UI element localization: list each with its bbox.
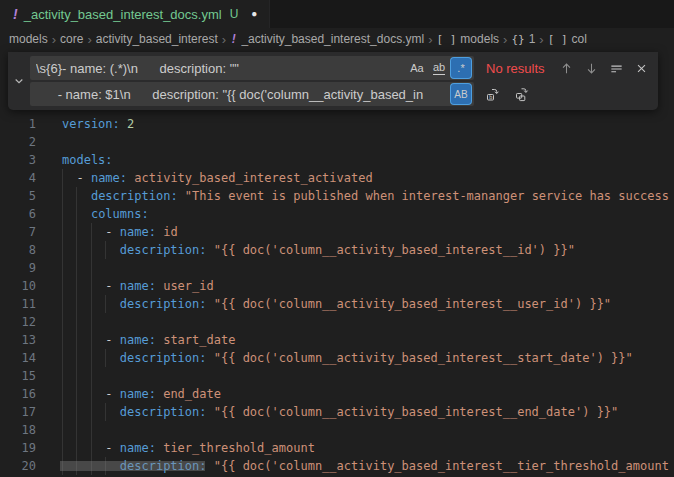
code-line[interactable]: description: "{{ doc('column__activity_b… (62, 349, 633, 367)
line-number: 5 (0, 187, 36, 205)
line-number: 16 (0, 385, 36, 403)
chevron-right-icon: › (503, 32, 507, 47)
line-number: 13 (0, 331, 36, 349)
line-number: 7 (0, 223, 36, 241)
breadcrumb-label: col (572, 32, 587, 46)
code-line[interactable]: columns: (62, 205, 149, 223)
previous-match-button[interactable] (556, 58, 577, 79)
indent-guide (76, 367, 77, 385)
chevron-right-icon: › (87, 32, 91, 47)
line-number: 15 (0, 367, 36, 385)
svg-text:b: b (489, 94, 492, 100)
yaml-icon: ! (230, 32, 237, 46)
breadcrumb-item[interactable]: [ ]models (436, 32, 499, 46)
code-line[interactable]: - name: end_date (62, 385, 221, 403)
line-number: 6 (0, 205, 36, 223)
line-number: 10 (0, 277, 36, 295)
editor: 1version: 223models:4 - name: activity_b… (0, 115, 674, 475)
selection-icon (609, 61, 624, 76)
breadcrumb-item[interactable]: !_activity_based_interest_docs.yml (230, 32, 424, 46)
chevron-right-icon: › (52, 32, 56, 47)
git-status-badge: U (230, 7, 239, 21)
indent-guide (62, 367, 63, 385)
modified-dot[interactable]: ● (251, 9, 257, 19)
find-in-selection-button[interactable] (606, 58, 627, 79)
line-number: 17 (0, 403, 36, 421)
code-line[interactable]: models: (62, 151, 113, 169)
breadcrumb-item[interactable]: [ ]col (548, 32, 587, 46)
indent-guide (76, 313, 77, 331)
line-number: 3 (0, 151, 36, 169)
arrow-down-icon (584, 61, 599, 76)
chevron-down-icon (12, 74, 26, 88)
indent-guide (91, 367, 92, 385)
code-line[interactable]: description: "{{ doc('column__activity_b… (62, 403, 618, 421)
line-number: 9 (0, 259, 36, 277)
symbol-object-icon: {} (511, 33, 524, 46)
code-line[interactable]: description: "{{ doc('column__activity_b… (62, 295, 611, 313)
replace-input[interactable]: - name: $1\n description: "{{ doc('colum… (30, 82, 474, 106)
line-number: 8 (0, 241, 36, 259)
find-query-text: \s{6}- name: (.*)\n description: "" (36, 61, 239, 76)
replace-all-icon (514, 86, 530, 102)
whole-word-button[interactable]: ab (429, 58, 449, 78)
arrow-up-icon (559, 61, 574, 76)
next-match-button[interactable] (581, 58, 602, 79)
code-line[interactable]: - name: id (62, 223, 178, 241)
indent-guide (62, 313, 63, 331)
close-icon (634, 61, 649, 76)
code-line[interactable]: - name: tier_threshold_amount (62, 439, 315, 457)
line-number: 18 (0, 421, 36, 439)
code-line[interactable]: - name: activity_based_interest_activate… (62, 169, 373, 187)
indent-guide (62, 259, 63, 277)
indent-guide (62, 421, 63, 439)
horizontal-scrollbar[interactable] (60, 461, 205, 471)
vscode-window: ! _activity_based_interest_docs.yml U ● … (0, 0, 674, 477)
code-line[interactable]: version: 2 (62, 115, 134, 133)
indent-guide (91, 421, 92, 439)
replace-all-button[interactable] (511, 84, 532, 105)
regex-button[interactable]: .* (451, 58, 471, 78)
indent-guide (76, 421, 77, 439)
line-number: 2 (0, 133, 36, 151)
breadcrumb-label: models (9, 32, 48, 46)
line-number: 20 (0, 457, 36, 475)
code-line[interactable]: - name: user_id (62, 277, 214, 295)
chevron-right-icon: › (222, 32, 226, 47)
code-line[interactable]: description: "{{ doc('column__activity_b… (62, 241, 575, 259)
code-line[interactable]: - name: start_date (62, 331, 235, 349)
line-number: 4 (0, 169, 36, 187)
breadcrumb-item[interactable]: core (60, 32, 83, 46)
close-button[interactable] (631, 58, 652, 79)
line-number: 14 (0, 349, 36, 367)
breadcrumb-label: _activity_based_interest_docs.yml (241, 32, 424, 46)
breadcrumb-label: models (460, 32, 499, 46)
breadcrumb-label: core (60, 32, 83, 46)
chevron-right-icon: › (539, 32, 543, 47)
preserve-case-button[interactable]: AB (451, 84, 471, 104)
tab-active[interactable]: ! _activity_based_interest_docs.yml U ● (0, 0, 270, 28)
find-input[interactable]: \s{6}- name: (.*)\n description: "" Aa a… (30, 56, 474, 80)
replace-icon: b (485, 86, 501, 102)
tab-title: _activity_based_interest_docs.yml (24, 7, 222, 22)
line-number: 19 (0, 439, 36, 457)
find-status: No results (486, 61, 545, 76)
breadcrumb-item[interactable]: activity_based_interest (96, 32, 218, 46)
breadcrumb-item[interactable]: models (9, 32, 48, 46)
replace-button[interactable]: b (482, 84, 503, 105)
breadcrumb-label: activity_based_interest (96, 32, 218, 46)
chevron-right-icon: › (428, 32, 432, 47)
indent-guide (76, 259, 77, 277)
breadcrumb: models›core›activity_based_interest›!_ac… (0, 28, 674, 50)
match-case-button[interactable]: Aa (407, 58, 427, 78)
line-number: 11 (0, 295, 36, 313)
symbol-array-icon: [ ] (436, 33, 456, 46)
replace-text: - name: $1\n description: "{{ doc('colum… (36, 87, 423, 102)
symbol-array-icon: [ ] (548, 33, 568, 46)
breadcrumb-label: 1 (529, 32, 536, 46)
toggle-replace-button[interactable] (8, 52, 30, 110)
breadcrumb-item[interactable]: {}1 (511, 32, 535, 46)
code-line[interactable]: description: "This event is published wh… (62, 187, 669, 205)
find-widget: \s{6}- name: (.*)\n description: "" Aa a… (8, 52, 658, 110)
tab-bar: ! _activity_based_interest_docs.yml U ● (0, 0, 674, 28)
